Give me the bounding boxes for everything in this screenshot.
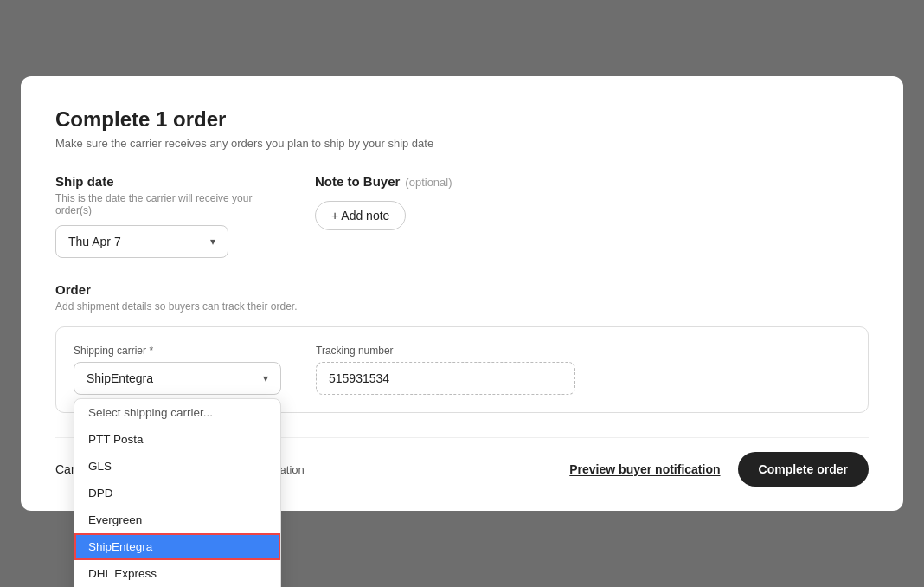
carrier-dropdown: Select shipping carrier... PTT Posta GLS… (74, 398, 281, 587)
ship-date-desc: This is the date the carrier will receiv… (55, 192, 263, 216)
order-section-title: Order (55, 282, 869, 297)
dropdown-item-dpd[interactable]: DPD (74, 480, 280, 506)
shipment-row: Shipping carrier * ShipEntegra ▾ Select … (55, 326, 869, 413)
dropdown-item-dhl[interactable]: DHL Express (74, 560, 280, 587)
dropdown-item-shipentegra[interactable]: ShipEntegra (74, 533, 280, 560)
complete-order-button[interactable]: Complete order (738, 452, 869, 487)
modal-subtitle: Make sure the carrier receives any order… (55, 137, 869, 150)
preview-buyer-notification-button[interactable]: Preview buyer notification (569, 462, 720, 476)
dropdown-item-ptt[interactable]: PTT Posta (74, 426, 280, 453)
carrier-select-button[interactable]: ShipEntegra ▾ (74, 362, 281, 395)
dropdown-item-select[interactable]: Select shipping carrier... (74, 399, 280, 426)
note-to-buyer-label: Note to Buyer(optional) (315, 174, 869, 189)
dropdown-item-evergreen[interactable]: Evergreen (74, 506, 280, 533)
complete-order-modal: Complete 1 order Make sure the carrier r… (21, 76, 903, 511)
chevron-down-icon: ▾ (210, 235, 215, 248)
modal-title: Complete 1 order (55, 107, 869, 132)
optional-label: (optional) (405, 176, 452, 189)
dropdown-item-gls[interactable]: GLS (74, 453, 280, 480)
carrier-chevron-icon: ▾ (263, 372, 268, 384)
ship-date-value: Thu Apr 7 (68, 235, 121, 248)
shipping-carrier-label: Shipping carrier * (74, 345, 281, 357)
carrier-selected-value: ShipEntegra (87, 371, 153, 385)
add-note-button[interactable]: + Add note (315, 201, 406, 230)
tracking-number-input[interactable] (316, 362, 575, 395)
order-section-desc: Add shipment details so buyers can track… (55, 300, 869, 313)
ship-date-select[interactable]: Thu Apr 7 ▾ (55, 225, 228, 258)
ship-date-label: Ship date (55, 174, 263, 189)
footer-right: Preview buyer notification Complete orde… (569, 452, 869, 487)
tracking-number-label: Tracking number (316, 345, 575, 357)
carrier-select-wrapper: ShipEntegra ▾ Select shipping carrier...… (74, 362, 281, 395)
